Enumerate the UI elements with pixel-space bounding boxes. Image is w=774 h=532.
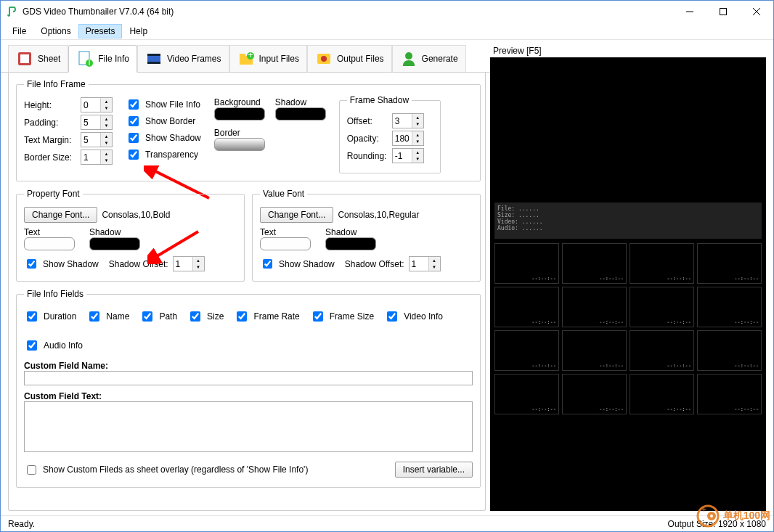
menu-file[interactable]: File (5, 24, 33, 38)
video-info-checkbox[interactable] (387, 311, 397, 322)
tab-output-files[interactable]: Output Files (307, 45, 392, 73)
tab-generate-label: Generate (422, 54, 458, 64)
maximize-button[interactable] (706, 1, 740, 22)
value-shadow-swatch[interactable] (325, 237, 376, 250)
menu-options[interactable]: Options (33, 24, 78, 38)
border-label: Border (214, 128, 326, 138)
rounding-input[interactable] (393, 149, 412, 163)
frame-size-label: Frame Size (330, 311, 374, 322)
minimize-button[interactable] (673, 1, 706, 22)
transparency-label: Transparency (145, 150, 198, 160)
frame-shadow-group: Frame Shadow Offset: ▲▼ Opacity: ▲▼ Roun… (339, 95, 441, 173)
insert-variable-button[interactable]: Insert variable... (395, 462, 473, 478)
border-swatch[interactable] (214, 138, 265, 151)
name-checkbox[interactable] (89, 311, 99, 322)
property-font-desc: Consolas,10,Bold (102, 210, 170, 220)
overlay-checkbox[interactable] (27, 465, 36, 475)
svg-rect-10 (147, 54, 160, 56)
preview-thumb (562, 374, 627, 414)
property-text-swatch[interactable] (24, 237, 75, 250)
show-file-info-checkbox[interactable] (129, 99, 139, 110)
value-shadow-offset-label: Shadow Offset: (345, 259, 404, 269)
audio-info-checkbox[interactable] (27, 340, 37, 351)
tab-sheet-label: Sheet (38, 54, 60, 64)
show-shadow-checkbox[interactable] (129, 133, 139, 143)
height-spinner[interactable]: ▲▼ (81, 97, 113, 112)
text-margin-label: Text Margin: (24, 135, 76, 145)
size-checkbox[interactable] (190, 311, 200, 322)
text-margin-input[interactable] (81, 133, 100, 147)
border-size-spinner[interactable]: ▲▼ (81, 150, 113, 165)
property-show-shadow-checkbox[interactable] (27, 259, 36, 269)
preview-info-block: File: ...... Size: ...... Video: ...... … (494, 202, 762, 239)
path-checkbox[interactable] (142, 311, 152, 322)
property-show-shadow-label: Show Shadow (43, 259, 99, 269)
svg-rect-1 (720, 9, 727, 15)
background-swatch[interactable] (214, 107, 265, 120)
tab-generate[interactable]: Generate (392, 45, 466, 73)
property-font-group: Property Font Change Font... Consolas,10… (16, 189, 245, 282)
tab-sheet[interactable]: Sheet (8, 45, 68, 73)
tab-file-info[interactable]: i File Info (68, 45, 137, 73)
preview-thumb (630, 330, 694, 371)
border-size-input[interactable] (81, 150, 100, 164)
shadow-swatch[interactable] (275, 107, 326, 120)
input-files-icon: + (237, 50, 255, 67)
svg-rect-5 (20, 54, 29, 63)
offset-spinner[interactable]: ▲▼ (392, 113, 424, 128)
custom-name-input[interactable] (24, 371, 473, 385)
value-text-swatch[interactable] (260, 237, 311, 250)
titlebar: GDS Video Thumbnailer V7.0.4 (64 bit) (1, 1, 773, 22)
frame-rate-checkbox[interactable] (237, 311, 247, 322)
background-label: Background (214, 97, 265, 107)
shadow-label: Shadow (275, 97, 326, 107)
property-shadow-swatch[interactable] (89, 237, 140, 250)
custom-text-input[interactable] (24, 401, 473, 452)
frame-size-checkbox[interactable] (313, 311, 323, 322)
opacity-spinner[interactable]: ▲▼ (392, 131, 424, 146)
tab-video-frames[interactable]: Video Frames (137, 45, 229, 73)
rounding-spinner[interactable]: ▲▼ (392, 148, 424, 163)
menubar: File Options Presets Help (1, 22, 773, 40)
file-info-fields-legend: File Info Fields (24, 289, 86, 299)
status-output-size: Output Size: 1920 x 1080 (668, 519, 766, 529)
duration-checkbox[interactable] (27, 311, 37, 322)
value-shadow-offset-input[interactable] (410, 257, 428, 271)
value-change-font-button[interactable]: Change Font... (260, 207, 333, 223)
frame-shadow-legend: Frame Shadow (347, 95, 412, 105)
tab-output-files-label: Output Files (337, 54, 384, 64)
value-font-desc: Consolas,10,Regular (338, 210, 419, 220)
padding-input[interactable] (81, 115, 100, 129)
statusbar: Ready. Output Size: 1920 x 1080 (1, 515, 773, 531)
preview-area[interactable]: File: ...... Size: ...... Video: ...... … (490, 57, 766, 511)
audio-info-label: Audio Info (44, 340, 83, 351)
tab-input-files[interactable]: + Input Files (229, 45, 307, 73)
rounding-label: Rounding: (347, 151, 388, 161)
height-input[interactable] (81, 98, 100, 112)
opacity-label: Opacity: (347, 134, 388, 144)
property-shadow-offset-spinner[interactable]: ▲▼ (173, 256, 205, 271)
menu-help[interactable]: Help (122, 24, 155, 38)
menu-presets[interactable]: Presets (78, 24, 123, 38)
svg-rect-11 (147, 62, 160, 64)
property-change-font-button[interactable]: Change Font... (24, 207, 97, 223)
property-shadow-offset-input[interactable] (174, 257, 192, 271)
sheet-icon (16, 50, 33, 67)
tabs: Sheet i File Info Video Frames + Input F… (1, 40, 490, 73)
text-margin-spinner[interactable]: ▲▼ (81, 132, 113, 147)
opacity-input[interactable] (393, 131, 412, 145)
offset-input[interactable] (393, 114, 412, 128)
show-border-checkbox[interactable] (129, 116, 139, 126)
preview-thumb (494, 243, 559, 284)
value-show-shadow-checkbox[interactable] (263, 259, 272, 269)
svg-point-16 (405, 52, 412, 60)
size-label: Size (207, 311, 224, 322)
overlay-label: Show Custom Fileds as sheet overlay (reg… (43, 465, 308, 475)
padding-spinner[interactable]: ▲▼ (81, 115, 113, 130)
close-button[interactable] (740, 1, 773, 22)
value-shadow-offset-spinner[interactable]: ▲▼ (409, 256, 441, 271)
transparency-checkbox[interactable] (129, 150, 139, 160)
value-show-shadow-label: Show Shadow (279, 259, 335, 269)
video-info-label: Video Info (404, 311, 443, 322)
tab-video-frames-label: Video Frames (167, 54, 221, 64)
